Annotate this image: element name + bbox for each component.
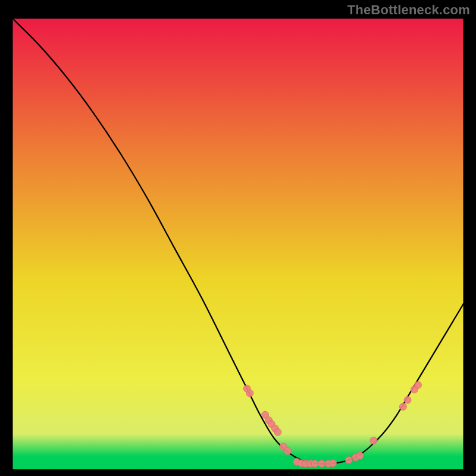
data-marker [414,381,421,389]
chart-svg [12,18,464,470]
chart-container: TheBottleneck.com [0,0,476,476]
attribution-label: TheBottleneck.com [347,2,470,18]
gradient-background [12,18,464,470]
data-marker [284,447,292,455]
data-marker [274,428,281,436]
plot-area [12,18,464,470]
data-marker [246,390,253,397]
data-marker [330,460,337,467]
data-marker [356,452,364,459]
data-marker [318,460,325,467]
data-marker [399,403,406,411]
data-marker [404,396,411,403]
data-marker [311,460,318,467]
data-marker [345,456,352,464]
data-marker [370,437,377,444]
